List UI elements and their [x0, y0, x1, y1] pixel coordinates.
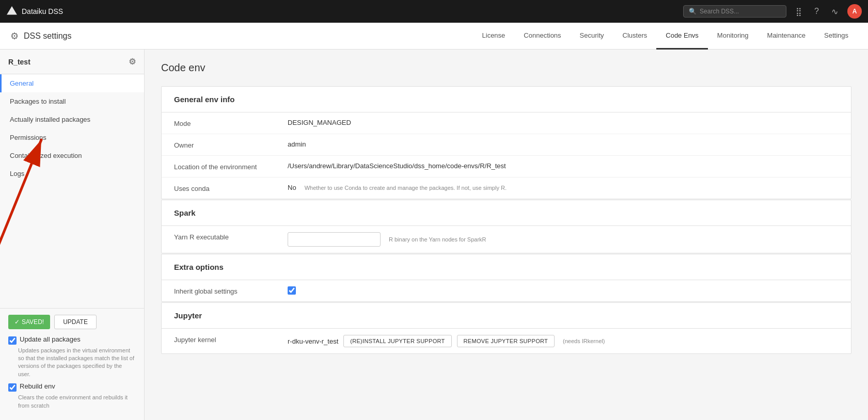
update-all-packages-label: Update all packages	[20, 335, 81, 343]
nav-security[interactable]: Security	[571, 23, 613, 50]
section-general-env-info: General env info Mode DESIGN_MANAGED Own…	[161, 86, 851, 199]
search-icon: 🔍	[689, 8, 697, 15]
section-jupyter: Jupyter Jupyter kernel r-dku-venv-r_test…	[161, 302, 851, 354]
nav-code-envs[interactable]: Code Envs	[656, 23, 708, 50]
rebuild-env-checkbox[interactable]	[8, 383, 17, 392]
rebuild-env-desc: Clears the code environment and rebuilds…	[18, 394, 136, 410]
main-content: Code env General env info Mode DESIGN_MA…	[145, 50, 868, 420]
section-general-env-info-title: General env info	[174, 95, 235, 104]
field-uses-conda-label: Uses conda	[174, 184, 288, 192]
sidebar-item-general[interactable]: General	[0, 74, 144, 92]
jupyter-kernel-hint: (needs IRkernel)	[563, 338, 605, 344]
nav-clusters[interactable]: Clusters	[613, 23, 657, 50]
saved-label: SAVED!	[22, 318, 44, 326]
section-extra-options: Extra options Inherit global settings	[161, 254, 851, 302]
nav-maintenance[interactable]: Maintenance	[758, 23, 815, 50]
jupyter-kernel-name: r-dku-venv-r_test	[288, 337, 338, 345]
top-navbar: Dataiku DSS 🔍 Search DSS... ⣿ ? ∿ A	[0, 0, 868, 23]
field-jupyter-kernel: Jupyter kernel r-dku-venv-r_test (RE)INS…	[162, 329, 851, 353]
remove-jupyter-support-button[interactable]: REMOVE JUPYTER SUPPORT	[457, 335, 555, 347]
page-title: Code env	[161, 62, 851, 74]
search-box[interactable]: 🔍 Search DSS...	[683, 5, 786, 18]
field-mode: Mode DESIGN_MANAGED	[162, 112, 851, 134]
field-inherit-global-settings-label: Inherit global settings	[174, 286, 288, 295]
reinstall-jupyter-support-button[interactable]: (RE)INSTALL JUPYTER SUPPORT	[343, 335, 451, 347]
main-layout: R_test ⚙ General Packages to install Act…	[0, 50, 868, 420]
yarn-r-executable-input[interactable]	[288, 232, 381, 247]
svg-marker-0	[7, 6, 17, 15]
nav-license[interactable]: License	[473, 23, 515, 50]
section-extra-options-title: Extra options	[174, 263, 224, 271]
field-jupyter-kernel-label: Jupyter kernel	[174, 335, 288, 344]
sidebar: R_test ⚙ General Packages to install Act…	[0, 50, 145, 420]
field-yarn-r-executable: Yarn R executable R binary on the Yarn n…	[162, 226, 851, 253]
sidebar-header: R_test ⚙	[0, 50, 144, 74]
update-all-packages-row: Update all packages	[8, 335, 136, 345]
sidebar-item-logs[interactable]: Logs	[0, 165, 144, 183]
sidebar-item-actually-installed[interactable]: Actually installed packages	[0, 110, 144, 128]
section-spark-header: Spark	[162, 200, 851, 226]
avatar[interactable]: A	[847, 4, 862, 19]
field-inherit-global-settings: Inherit global settings	[162, 280, 851, 301]
field-owner-value: admin	[288, 140, 306, 148]
update-all-packages-desc: Updates packages in the virtual environm…	[18, 347, 136, 379]
field-yarn-r-executable-label: Yarn R executable	[174, 232, 288, 241]
env-name: R_test	[8, 58, 30, 66]
sidebar-item-packages-to-install[interactable]: Packages to install	[0, 92, 144, 110]
yarn-r-executable-hint: R binary on the Yarn nodes for SparkR	[389, 236, 486, 243]
sidebar-item-containerized-execution[interactable]: Containerized execution	[0, 147, 144, 165]
settings-header: ⚙ DSS settings License Connections Secur…	[0, 23, 868, 50]
help-icon[interactable]: ?	[811, 7, 822, 16]
field-location: Location of the environment /Users/andre…	[162, 156, 851, 177]
field-location-value: /Users/andrew/Library/DataScienceStudio/…	[288, 162, 506, 170]
update-button[interactable]: UPDATE	[54, 315, 97, 329]
field-uses-conda-value: No Whether to use Conda to create and ma…	[288, 184, 507, 191]
field-owner-label: Owner	[174, 140, 288, 149]
field-owner: Owner admin	[162, 134, 851, 156]
field-mode-label: Mode	[174, 119, 288, 127]
rebuild-env-row: Rebuild env	[8, 382, 136, 392]
sidebar-nav: General Packages to install Actually ins…	[0, 74, 144, 308]
sidebar-gear-icon[interactable]: ⚙	[129, 57, 136, 67]
field-uses-conda: Uses conda No Whether to use Conda to cr…	[162, 177, 851, 199]
content-inner: Code env General env info Mode DESIGN_MA…	[145, 50, 868, 367]
section-general-env-info-header: General env info	[162, 87, 851, 112]
section-jupyter-header: Jupyter	[162, 303, 851, 329]
section-spark-title: Spark	[174, 208, 196, 217]
settings-title: DSS settings	[24, 31, 71, 41]
section-extra-options-header: Extra options	[162, 254, 851, 280]
sidebar-bottom: ✓ SAVED! UPDATE Update all packages Upda…	[0, 308, 144, 420]
section-jupyter-title: Jupyter	[174, 311, 202, 320]
update-all-packages-checkbox[interactable]	[8, 336, 17, 345]
settings-gear-icon: ⚙	[10, 30, 19, 42]
search-placeholder: Search DSS...	[700, 8, 739, 15]
rebuild-env-label: Rebuild env	[20, 382, 55, 390]
field-mode-value: DESIGN_MANAGED	[288, 119, 351, 126]
checkmark-icon: ✓	[14, 318, 20, 326]
section-spark: Spark Yarn R executable R binary on the …	[161, 200, 851, 253]
inherit-global-settings-checkbox[interactable]	[288, 286, 296, 295]
sidebar-item-permissions[interactable]: Permissions	[0, 128, 144, 147]
nav-monitoring[interactable]: Monitoring	[708, 23, 758, 50]
field-inherit-global-settings-value	[288, 286, 296, 295]
settings-nav: License Connections Security Clusters Co…	[473, 23, 858, 50]
action-buttons: ✓ SAVED! UPDATE	[8, 315, 136, 329]
field-jupyter-kernel-value: r-dku-venv-r_test (RE)INSTALL JUPYTER SU…	[288, 335, 605, 347]
field-location-label: Location of the environment	[174, 162, 288, 171]
nav-connections[interactable]: Connections	[514, 23, 570, 50]
app-name: Dataiku DSS	[22, 7, 63, 15]
grid-icon[interactable]: ⣿	[793, 7, 805, 17]
nav-settings[interactable]: Settings	[815, 23, 858, 50]
saved-button[interactable]: ✓ SAVED!	[8, 315, 50, 329]
app-logo[interactable]: Dataiku DSS	[6, 6, 63, 17]
uses-conda-hint: Whether to use Conda to create and manag…	[305, 185, 507, 191]
uses-conda-text: No	[288, 184, 296, 191]
activity-icon[interactable]: ∿	[828, 7, 841, 17]
field-yarn-r-executable-value: R binary on the Yarn nodes for SparkR	[288, 232, 486, 247]
